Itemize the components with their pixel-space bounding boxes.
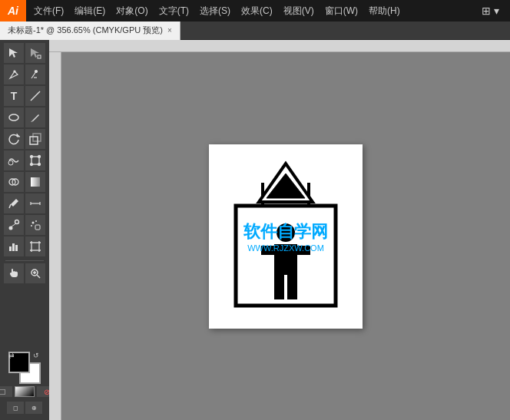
menu-view[interactable]: 视图(V) xyxy=(279,3,319,19)
svg-point-3 xyxy=(14,71,15,72)
svg-point-7 xyxy=(9,114,18,121)
blend-tool[interactable] xyxy=(4,215,24,235)
gradient-fill-icon[interactable] xyxy=(15,386,35,397)
menu-effect[interactable]: 效果(C) xyxy=(237,3,277,19)
warp-tool[interactable] xyxy=(4,150,24,170)
direct-selection-tool[interactable] xyxy=(25,43,45,63)
menu-right: ⊞ ▾ xyxy=(482,5,507,17)
color-boxes: ↺ ⇄ xyxy=(8,352,41,384)
extra-fill-icons: □ ⊘ xyxy=(0,386,49,397)
toolbar-divider xyxy=(5,260,44,261)
screen-mode-button[interactable]: ⊕ xyxy=(25,402,42,414)
svg-rect-29 xyxy=(35,225,40,230)
tool-row-shape xyxy=(0,107,49,127)
tabbar: 未标题-1* @ 356.65% (CMYK/GPU 预览) × xyxy=(0,21,510,40)
line-tool[interactable] xyxy=(25,86,45,106)
menu-bar: 文件(F) 编辑(E) 对象(O) 文字(T) 选择(S) 效果(C) 视图(V… xyxy=(26,0,510,21)
toolbar: T xyxy=(0,40,49,420)
draw-mode-button[interactable]: ◻ xyxy=(7,402,24,414)
tool-row-graph xyxy=(0,236,49,256)
svg-rect-10 xyxy=(33,134,41,141)
svg-rect-19 xyxy=(31,177,40,187)
anchor-point-tool[interactable] xyxy=(25,64,45,84)
svg-point-26 xyxy=(32,222,35,224)
document-tab[interactable]: 未标题-1* @ 356.65% (CMYK/GPU 预览) × xyxy=(0,21,180,40)
svg-rect-31 xyxy=(12,243,15,251)
tool-row-warp xyxy=(0,150,49,170)
symbol-sprayer-tool[interactable] xyxy=(25,215,45,235)
shape-builder-tool[interactable] xyxy=(4,172,24,192)
main-area: T xyxy=(0,40,510,420)
svg-rect-55 xyxy=(274,275,284,299)
tool-row-eyedropper xyxy=(0,193,49,213)
svg-point-24 xyxy=(9,227,13,230)
menu-select[interactable]: 选择(S) xyxy=(195,3,235,19)
canvas-content: 软件自学网 WWW.RJZXW.COM xyxy=(61,52,510,420)
tool-row-selection xyxy=(0,43,49,63)
grid-icon: ⊞ ▾ xyxy=(482,5,499,17)
tab-close-button[interactable]: × xyxy=(167,26,172,35)
hand-tool[interactable] xyxy=(4,263,24,283)
scale-tool[interactable] xyxy=(25,129,45,149)
ruler-horizontal xyxy=(49,40,510,52)
canvas-area: 软件自学网 WWW.RJZXW.COM xyxy=(49,40,510,420)
selection-tool[interactable] xyxy=(4,43,24,63)
svg-line-20 xyxy=(9,204,11,208)
menu-type[interactable]: 文字(T) xyxy=(154,3,194,19)
svg-point-25 xyxy=(15,220,19,224)
tool-row-transform xyxy=(0,129,49,149)
svg-rect-30 xyxy=(9,246,12,251)
color-area: ↺ ⇄ □ ⊘ ◻ ⊕ xyxy=(0,349,49,417)
svg-rect-53 xyxy=(261,246,274,255)
svg-point-51 xyxy=(277,223,295,242)
ruler-vertical xyxy=(49,52,61,420)
artboard: 软件自学网 WWW.RJZXW.COM xyxy=(209,144,363,329)
tab-title: 未标题-1* @ 356.65% (CMYK/GPU 预览) xyxy=(8,25,163,36)
none-stroke-icon[interactable]: ⊘ xyxy=(37,386,49,397)
ellipse-tool[interactable] xyxy=(4,107,24,127)
svg-point-11 xyxy=(8,160,13,165)
svg-point-28 xyxy=(31,225,32,227)
tool-row-shape-builder xyxy=(0,172,49,192)
tool-row-pen xyxy=(0,64,49,84)
tool-row-navigate xyxy=(0,263,49,283)
pencil-tool[interactable] xyxy=(25,107,45,127)
svg-rect-54 xyxy=(297,246,310,255)
menu-window[interactable]: 窗口(W) xyxy=(320,3,363,19)
svg-point-14 xyxy=(38,156,41,158)
graph-tool[interactable] xyxy=(4,236,24,256)
menu-edit[interactable]: 编辑(E) xyxy=(70,3,110,19)
none-fill-icon[interactable]: □ xyxy=(0,386,12,397)
reset-colors-icon[interactable]: ↺ xyxy=(33,352,41,359)
svg-line-43 xyxy=(37,275,40,278)
menu-object[interactable]: 对象(O) xyxy=(111,3,152,19)
menu-file[interactable]: 文件(F) xyxy=(29,3,68,19)
gradient-tool[interactable] xyxy=(25,172,45,192)
ai-logo: Ai xyxy=(0,0,26,21)
menu-help[interactable]: 帮助(H) xyxy=(364,3,405,19)
measure-tool[interactable] xyxy=(25,193,45,213)
svg-point-4 xyxy=(35,71,38,73)
artwork-svg xyxy=(224,160,347,313)
svg-rect-52 xyxy=(274,244,297,275)
eyedropper-tool[interactable] xyxy=(4,193,24,213)
tool-row-blend xyxy=(0,215,49,235)
zoom-tool[interactable] xyxy=(25,263,45,283)
svg-point-13 xyxy=(31,156,33,158)
free-transform-tool[interactable] xyxy=(25,150,45,170)
svg-rect-2 xyxy=(38,55,41,58)
svg-point-16 xyxy=(38,164,41,166)
svg-point-27 xyxy=(35,220,37,222)
mode-buttons: ◻ ⊕ xyxy=(7,402,42,414)
pen-tool[interactable] xyxy=(4,64,24,84)
artboard-tool[interactable] xyxy=(25,236,45,256)
svg-rect-56 xyxy=(287,275,297,299)
swap-colors-icon[interactable]: ⇄ xyxy=(8,352,16,359)
svg-marker-0 xyxy=(9,48,18,58)
svg-rect-32 xyxy=(15,245,18,251)
rotate-tool[interactable] xyxy=(4,129,24,149)
svg-point-15 xyxy=(31,164,33,166)
tool-row-type: T xyxy=(0,86,49,106)
type-tool[interactable]: T xyxy=(4,86,24,106)
titlebar: Ai 文件(F) 编辑(E) 对象(O) 文字(T) 选择(S) 效果(C) 视… xyxy=(0,0,510,21)
